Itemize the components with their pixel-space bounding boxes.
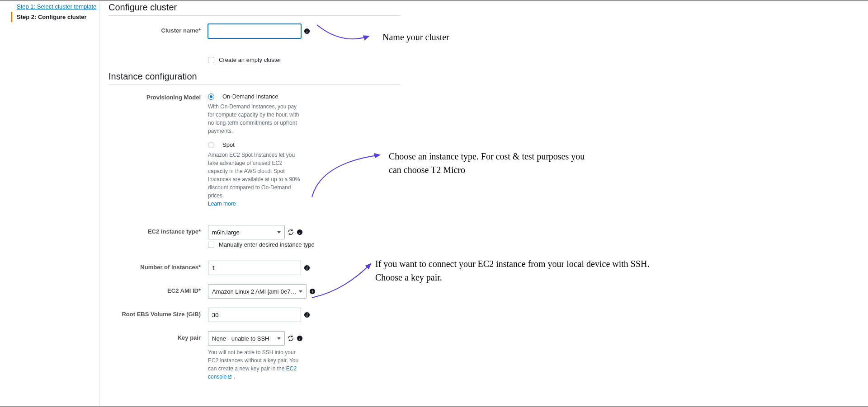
chevron-down-icon xyxy=(299,290,302,293)
provisioning-ondemand-help: With On-Demand Instances, you pay for co… xyxy=(208,103,303,135)
sidebar-item-step1[interactable]: Step 1: Select cluster template xyxy=(11,1,99,12)
section-configure-cluster: Configure cluster xyxy=(108,0,400,16)
manual-instance-type-label: Manually enter desired instance type xyxy=(219,241,315,248)
provisioning-ondemand-label: On-Demand Instance xyxy=(222,93,278,100)
number-of-instances-label: Number of instances* xyxy=(108,261,208,271)
number-of-instances-input[interactable] xyxy=(208,261,301,275)
svg-text:i: i xyxy=(307,29,308,34)
svg-text:i: i xyxy=(299,336,301,341)
provisioning-model-label: Provisioning Model xyxy=(108,93,208,101)
svg-text:i: i xyxy=(307,266,308,271)
create-empty-cluster-checkbox[interactable] xyxy=(208,57,214,63)
ec2-ami-id-label: EC2 AMI ID* xyxy=(108,284,208,294)
info-icon[interactable]: i xyxy=(297,335,303,342)
external-link-icon xyxy=(227,373,232,378)
chevron-down-icon xyxy=(277,337,281,340)
wizard-sidebar: Step 1: Select cluster template Step 2: … xyxy=(0,0,99,407)
ec2-instance-type-select[interactable]: m6in.large xyxy=(208,225,285,239)
cluster-name-label: Cluster name* xyxy=(108,24,208,34)
ec2-ami-id-select[interactable]: Amazon Linux 2 AMI [ami-0e72… xyxy=(208,284,307,299)
key-pair-select[interactable]: None - unable to SSH xyxy=(208,331,285,346)
sidebar-item-step2[interactable]: Step 2: Configure cluster xyxy=(11,12,99,22)
create-empty-cluster-label: Create an empty cluster xyxy=(219,56,281,63)
provisioning-ondemand-radio[interactable] xyxy=(208,94,214,100)
manual-instance-type-checkbox[interactable] xyxy=(208,242,214,248)
info-icon[interactable]: i xyxy=(297,229,303,235)
info-icon[interactable]: i xyxy=(304,28,310,34)
svg-text:i: i xyxy=(299,230,301,235)
ec2-instance-type-label: EC2 instance type* xyxy=(108,225,208,235)
root-ebs-input[interactable] xyxy=(208,308,301,322)
section-instance-configuration: Instance configuration xyxy=(108,70,400,85)
info-icon[interactable]: i xyxy=(309,288,316,295)
provisioning-spot-label: Spot xyxy=(222,141,235,148)
key-pair-label: Key pair xyxy=(108,331,208,341)
info-icon[interactable]: i xyxy=(304,265,310,271)
refresh-icon[interactable] xyxy=(288,335,294,342)
provisioning-spot-radio[interactable] xyxy=(208,142,214,148)
refresh-icon[interactable] xyxy=(288,229,294,235)
main-content: Configure cluster Cluster name* i Create xyxy=(99,0,868,407)
svg-text:i: i xyxy=(312,289,313,294)
svg-text:i: i xyxy=(307,313,308,318)
info-icon[interactable]: i xyxy=(304,312,310,318)
provisioning-spot-help: Amazon EC2 Spot Instances let you take a… xyxy=(208,151,303,200)
key-pair-help: You will not be able to SSH into your EC… xyxy=(208,348,303,381)
learn-more-link[interactable]: Learn more xyxy=(208,201,400,207)
chevron-down-icon xyxy=(277,231,281,234)
cluster-name-input[interactable] xyxy=(208,24,301,38)
root-ebs-label: Root EBS Volume Size (GiB) xyxy=(108,308,208,318)
